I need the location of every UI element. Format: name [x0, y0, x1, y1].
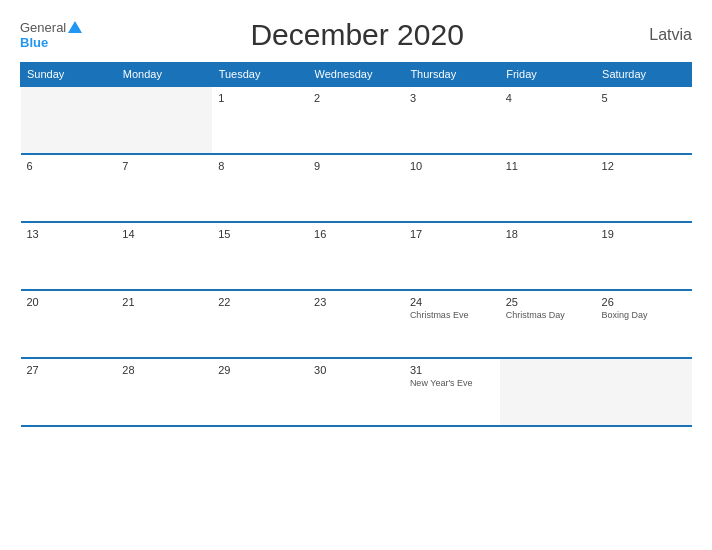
col-tuesday: Tuesday	[212, 63, 308, 87]
day-number: 31	[410, 364, 494, 376]
day-number: 9	[314, 160, 398, 172]
country-label: Latvia	[632, 26, 692, 44]
day-cell: 15	[212, 222, 308, 290]
day-cell: 11	[500, 154, 596, 222]
logo-top: General	[20, 20, 82, 35]
day-cell: 20	[21, 290, 117, 358]
logo-general-text: General	[20, 20, 66, 35]
week-row-5: 2728293031New Year's Eve	[21, 358, 692, 426]
day-number: 17	[410, 228, 494, 240]
holiday-label: New Year's Eve	[410, 378, 494, 389]
day-cell	[21, 86, 117, 154]
day-number: 12	[602, 160, 686, 172]
day-cell: 16	[308, 222, 404, 290]
day-cell	[116, 86, 212, 154]
header: General Blue December 2020 Latvia	[20, 18, 692, 52]
col-wednesday: Wednesday	[308, 63, 404, 87]
day-number: 4	[506, 92, 590, 104]
col-friday: Friday	[500, 63, 596, 87]
day-number: 3	[410, 92, 494, 104]
day-cell: 12	[596, 154, 692, 222]
day-cell	[596, 358, 692, 426]
col-thursday: Thursday	[404, 63, 500, 87]
day-cell: 29	[212, 358, 308, 426]
logo-blue-text: Blue	[20, 35, 48, 50]
day-cell: 22	[212, 290, 308, 358]
logo-triangle-icon	[68, 21, 82, 33]
day-number: 24	[410, 296, 494, 308]
calendar-title: December 2020	[82, 18, 632, 52]
day-number: 19	[602, 228, 686, 240]
logo: General Blue	[20, 20, 82, 50]
calendar-page: General Blue December 2020 Latvia Sunday…	[0, 0, 712, 550]
col-sunday: Sunday	[21, 63, 117, 87]
day-number: 29	[218, 364, 302, 376]
day-cell: 25Christmas Day	[500, 290, 596, 358]
week-row-1: 12345	[21, 86, 692, 154]
day-number: 6	[27, 160, 111, 172]
holiday-label: Boxing Day	[602, 310, 686, 321]
day-number: 27	[27, 364, 111, 376]
day-cell: 27	[21, 358, 117, 426]
day-number: 14	[122, 228, 206, 240]
day-cell: 6	[21, 154, 117, 222]
day-number: 16	[314, 228, 398, 240]
day-cell: 5	[596, 86, 692, 154]
day-number: 1	[218, 92, 302, 104]
day-number: 2	[314, 92, 398, 104]
day-cell: 19	[596, 222, 692, 290]
day-number: 26	[602, 296, 686, 308]
day-cell: 13	[21, 222, 117, 290]
day-number: 18	[506, 228, 590, 240]
day-cell: 7	[116, 154, 212, 222]
calendar-table: Sunday Monday Tuesday Wednesday Thursday…	[20, 62, 692, 427]
day-cell: 2	[308, 86, 404, 154]
day-cell: 28	[116, 358, 212, 426]
col-monday: Monday	[116, 63, 212, 87]
day-number: 20	[27, 296, 111, 308]
holiday-label: Christmas Day	[506, 310, 590, 321]
days-of-week-row: Sunday Monday Tuesday Wednesday Thursday…	[21, 63, 692, 87]
day-number: 21	[122, 296, 206, 308]
day-cell: 1	[212, 86, 308, 154]
day-number: 7	[122, 160, 206, 172]
logo-bottom: Blue	[20, 35, 48, 50]
day-number: 11	[506, 160, 590, 172]
col-saturday: Saturday	[596, 63, 692, 87]
day-number: 8	[218, 160, 302, 172]
day-number: 5	[602, 92, 686, 104]
holiday-label: Christmas Eve	[410, 310, 494, 321]
day-cell: 23	[308, 290, 404, 358]
day-number: 23	[314, 296, 398, 308]
day-cell: 18	[500, 222, 596, 290]
day-cell: 21	[116, 290, 212, 358]
day-cell: 4	[500, 86, 596, 154]
day-number: 10	[410, 160, 494, 172]
week-row-2: 6789101112	[21, 154, 692, 222]
day-cell: 8	[212, 154, 308, 222]
day-number: 13	[27, 228, 111, 240]
day-cell: 24Christmas Eve	[404, 290, 500, 358]
day-cell: 10	[404, 154, 500, 222]
day-number: 25	[506, 296, 590, 308]
day-cell	[500, 358, 596, 426]
week-row-3: 13141516171819	[21, 222, 692, 290]
day-cell: 30	[308, 358, 404, 426]
day-cell: 17	[404, 222, 500, 290]
day-cell: 26Boxing Day	[596, 290, 692, 358]
calendar-body: 123456789101112131415161718192021222324C…	[21, 86, 692, 426]
day-number: 22	[218, 296, 302, 308]
calendar-header: Sunday Monday Tuesday Wednesday Thursday…	[21, 63, 692, 87]
day-cell: 14	[116, 222, 212, 290]
day-cell: 3	[404, 86, 500, 154]
day-cell: 9	[308, 154, 404, 222]
week-row-4: 2021222324Christmas Eve25Christmas Day26…	[21, 290, 692, 358]
day-number: 30	[314, 364, 398, 376]
day-number: 28	[122, 364, 206, 376]
day-number: 15	[218, 228, 302, 240]
day-cell: 31New Year's Eve	[404, 358, 500, 426]
